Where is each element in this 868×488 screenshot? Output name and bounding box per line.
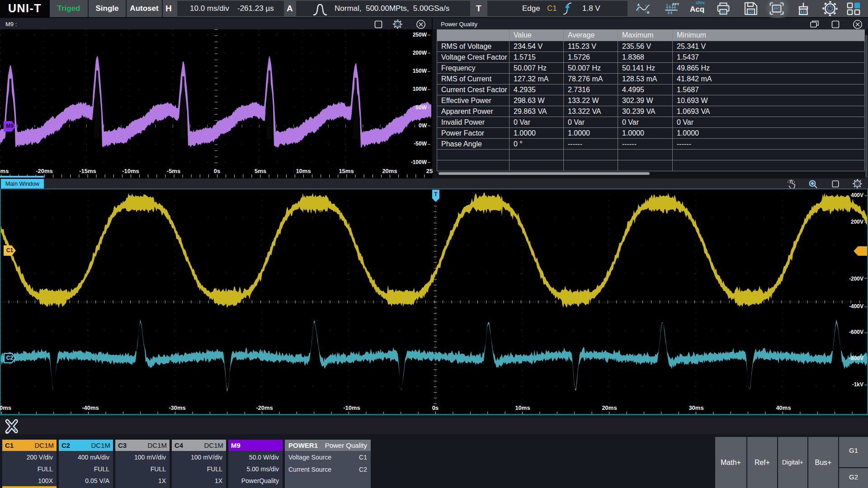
svg-text:T: T [434, 191, 438, 197]
svg-text:FFT: FFT [673, 2, 679, 6]
svg-text:A: A [637, 3, 640, 6]
svg-text:B: B [647, 11, 649, 14]
